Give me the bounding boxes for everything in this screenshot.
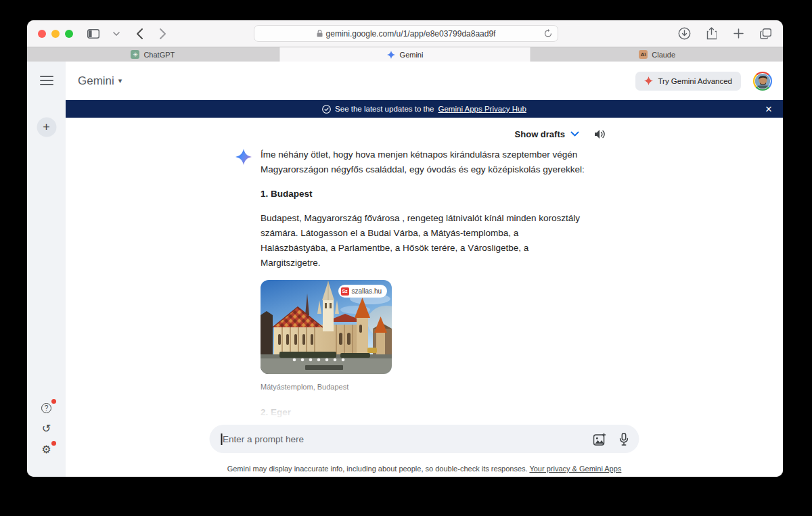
check-circle-icon bbox=[322, 105, 331, 114]
gemini-sidebar: + ? ↺ ⚙ bbox=[27, 62, 66, 477]
lock-icon bbox=[317, 30, 323, 37]
tab-overview-icon[interactable] bbox=[757, 26, 773, 42]
chevron-down-icon[interactable] bbox=[108, 26, 125, 42]
page-title: Gemini bbox=[78, 74, 114, 88]
help-icon: ? bbox=[41, 403, 51, 413]
app-title-dropdown[interactable]: Gemini ▾ bbox=[78, 74, 122, 88]
settings-notification-dot bbox=[51, 441, 56, 446]
privacy-hub-link[interactable]: Gemini Apps Privacy Hub bbox=[438, 105, 526, 113]
new-chat-button[interactable]: + bbox=[37, 118, 56, 137]
budapest-image-card[interactable]: Sz szallas.hu bbox=[261, 280, 392, 374]
gemini-sparkle-icon bbox=[235, 149, 252, 165]
banner-text: See the latest updates to the bbox=[335, 105, 434, 113]
privacy-gemini-apps-link[interactable]: Your privacy & Gemini Apps bbox=[529, 465, 621, 473]
tab-label: Gemini bbox=[400, 51, 424, 59]
minimize-window-button[interactable] bbox=[51, 30, 60, 38]
browser-toolbar: gemini.google.com/u/1/app/e8e03799da8aad… bbox=[27, 20, 783, 47]
address-bar[interactable]: gemini.google.com/u/1/app/e8e03799da8aad… bbox=[254, 25, 558, 42]
section-heading: 2. Eger bbox=[261, 405, 587, 420]
gemini-main: Gemini ▾ Try Gemini Advanced bbox=[66, 62, 783, 477]
privacy-banner: See the latest updates to the Gemini App… bbox=[66, 100, 783, 118]
chevron-down-icon: ▾ bbox=[118, 76, 122, 85]
claude-favicon-icon: A\ bbox=[639, 50, 648, 59]
reload-icon[interactable] bbox=[544, 29, 552, 38]
response-intro: Íme néhány ötlet, hogy hova menjen kétna… bbox=[261, 147, 587, 177]
sidebar-toggle-icon[interactable] bbox=[85, 26, 102, 42]
disclaimer-text: Gemini may display inaccurate info, incl… bbox=[227, 465, 528, 473]
new-tab-icon[interactable] bbox=[730, 26, 746, 42]
chatgpt-favicon-icon: ✳ bbox=[131, 50, 139, 59]
banner-close-icon[interactable]: ✕ bbox=[763, 104, 775, 114]
text-caret bbox=[221, 433, 223, 445]
section-body: Budapest, Magyarország fővárosa , renget… bbox=[261, 211, 587, 271]
show-drafts-button[interactable]: Show drafts bbox=[515, 129, 565, 139]
avatar-photo bbox=[755, 74, 771, 89]
help-notification-dot bbox=[51, 399, 56, 404]
advanced-button-label: Try Gemini Advanced bbox=[658, 77, 732, 85]
tab-gemini[interactable]: Gemini bbox=[279, 47, 532, 62]
upload-image-icon[interactable] bbox=[593, 433, 606, 446]
advanced-sparkle-icon bbox=[644, 76, 653, 85]
settings-button[interactable]: ⚙ bbox=[40, 443, 53, 456]
traffic-lights bbox=[38, 30, 73, 38]
safari-window: gemini.google.com/u/1/app/e8e03799da8aad… bbox=[27, 20, 783, 477]
history-icon: ↺ bbox=[42, 423, 51, 434]
tab-bar: ✳ ChatGPT Gemini A\ Claude bbox=[27, 47, 783, 62]
back-button[interactable] bbox=[131, 26, 148, 42]
image-caption: Mátyástemplom, Budapest bbox=[261, 379, 587, 394]
url-text: gemini.google.com/u/1/app/e8e03799da8aad… bbox=[326, 29, 496, 39]
zoom-window-button[interactable] bbox=[65, 30, 73, 38]
help-button[interactable]: ? bbox=[40, 401, 53, 415]
close-window-button[interactable] bbox=[38, 30, 46, 38]
tab-chatgpt[interactable]: ✳ ChatGPT bbox=[27, 47, 279, 62]
account-avatar[interactable] bbox=[753, 72, 772, 91]
drafts-chevron-down-icon[interactable] bbox=[570, 131, 579, 137]
gemini-header: Gemini ▾ Try Gemini Advanced bbox=[66, 62, 783, 100]
section-heading: 1. Budapest bbox=[261, 187, 587, 202]
gemini-favicon-icon bbox=[387, 50, 396, 59]
main-menu-icon[interactable] bbox=[40, 76, 53, 85]
downloads-icon[interactable] bbox=[676, 26, 692, 42]
prompt-composer[interactable] bbox=[210, 425, 639, 453]
prompt-input[interactable] bbox=[223, 434, 593, 444]
szallas-logo-icon: Sz bbox=[341, 287, 349, 296]
gear-icon: ⚙ bbox=[41, 444, 51, 455]
microphone-icon[interactable] bbox=[620, 433, 629, 446]
disclaimer-footer: Gemini may display inaccurate info, incl… bbox=[66, 465, 783, 473]
tab-label: ChatGPT bbox=[143, 51, 175, 59]
try-gemini-advanced-button[interactable]: Try Gemini Advanced bbox=[635, 72, 741, 91]
tab-claude[interactable]: A\ Claude bbox=[531, 47, 783, 62]
history-button[interactable]: ↺ bbox=[40, 422, 53, 436]
share-icon[interactable] bbox=[703, 26, 719, 42]
forward-button[interactable] bbox=[154, 26, 171, 42]
gemini-response: Íme néhány ötlet, hogy hova menjen kétna… bbox=[215, 147, 606, 454]
image-source-label: szallas.hu bbox=[352, 284, 382, 299]
read-aloud-speaker-icon[interactable] bbox=[594, 129, 606, 139]
conversation-area: Show drafts Íme néhány ötlet, hogy hova bbox=[215, 126, 606, 454]
image-source-badge[interactable]: Sz szallas.hu bbox=[338, 285, 387, 298]
tab-label: Claude bbox=[652, 51, 675, 59]
